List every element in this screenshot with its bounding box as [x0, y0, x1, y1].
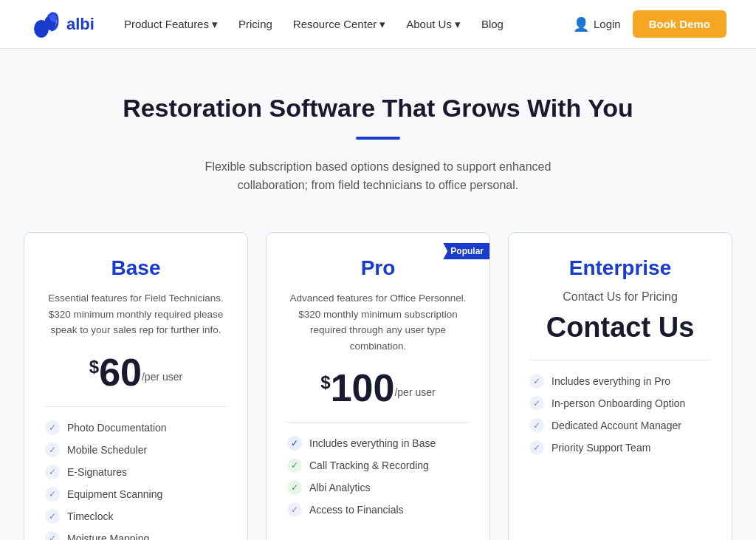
title-divider [356, 137, 400, 140]
list-item: ✓ In-person Onboarding Option [529, 396, 711, 411]
check-icon: ✓ [45, 442, 60, 457]
chevron-down-icon: ▾ [455, 18, 461, 31]
logo[interactable]: albi [30, 8, 94, 41]
navbar: albi Product Features ▾ Pricing Resource… [0, 0, 756, 49]
page-title: Restoration Software That Grows With You [24, 93, 732, 123]
chevron-down-icon: ▾ [212, 18, 218, 31]
list-item: ✓ Moisture Mapping [45, 531, 227, 540]
feature-label: Call Tracking & Recording [309, 459, 429, 471]
book-demo-button[interactable]: Book Demo [633, 10, 726, 38]
list-item: ✓ E-Signatures [45, 465, 227, 479]
pro-card-title: Pro [287, 256, 469, 280]
login-button[interactable]: 👤 Login [573, 16, 621, 33]
logo-text: albi [66, 15, 94, 34]
list-item: ✓ Call Tracking & Recording [287, 458, 469, 473]
nav-actions: 👤 Login Book Demo [573, 10, 726, 38]
check-icon: ✓ [529, 440, 544, 455]
check-icon: ✓ [45, 509, 60, 524]
card-pro-body: Pro Advanced features for Office Personn… [267, 233, 489, 540]
user-icon: 👤 [573, 16, 589, 33]
check-icon: ✓ [529, 418, 544, 433]
feature-label: E-Signatures [67, 466, 127, 478]
popular-badge: Popular [443, 243, 490, 259]
enterprise-card-title: Enterprise [529, 256, 711, 280]
list-item: ✓ Timeclock [45, 509, 227, 524]
list-item: ✓ Dedicated Account Manager [529, 418, 711, 433]
feature-label: Priority Support Team [551, 442, 650, 454]
check-icon: ✓ [45, 531, 60, 540]
card-enterprise-body: Enterprise Contact Us for Pricing Contac… [509, 233, 732, 540]
list-item: ✓ Includes everything in Base [287, 436, 469, 451]
check-icon: ✓ [45, 420, 60, 435]
check-icon: ✓ [287, 458, 302, 473]
check-icon: ✓ [529, 374, 544, 389]
page-subtitle: Flexible subscription based options desi… [186, 157, 570, 195]
card-base: Base Essential features for Field Techni… [24, 232, 248, 540]
base-card-description: Essential features for Field Technicians… [45, 290, 227, 338]
list-item: ✓ Photo Documentation [45, 420, 227, 435]
pro-price-per: /per user [394, 386, 435, 398]
base-price-per: /per user [142, 371, 182, 383]
enterprise-price-divider [529, 360, 711, 360]
feature-label: Includes everything in Base [309, 437, 436, 449]
feature-label: Mobile Scheduler [67, 444, 147, 456]
check-icon: ✓ [45, 465, 60, 479]
pro-price-amount: 100 [331, 366, 395, 409]
feature-label: Albi Analytics [309, 482, 370, 493]
list-item: ✓ Equipment Scanning [45, 487, 227, 502]
check-icon: ✓ [287, 502, 302, 517]
list-item: ✓ Includes everything in Pro [529, 374, 711, 389]
nav-about-us[interactable]: About Us ▾ [406, 18, 461, 31]
pricing-cards: Base Essential features for Field Techni… [24, 232, 732, 540]
list-item: ✓ Priority Support Team [529, 440, 711, 455]
enterprise-feature-list: ✓ Includes everything in Pro ✓ In-person… [529, 374, 711, 455]
check-icon: ✓ [529, 396, 544, 411]
base-card-price: $60/per user [45, 353, 227, 392]
chevron-down-icon: ▾ [379, 18, 385, 31]
base-card-title: Base [45, 256, 227, 280]
pro-price-dollar: $ [320, 372, 330, 392]
base-price-divider [45, 406, 227, 407]
feature-label: Moisture Mapping [67, 533, 149, 540]
check-icon: ✓ [45, 487, 60, 502]
pro-price-divider [287, 422, 469, 423]
nav-links: Product Features ▾ Pricing Resource Cent… [124, 18, 573, 31]
nav-pricing[interactable]: Pricing [238, 18, 272, 30]
card-base-body: Base Essential features for Field Techni… [24, 233, 247, 540]
nav-resource-center[interactable]: Resource Center ▾ [293, 18, 385, 31]
list-item: ✓ Access to Financials [287, 502, 469, 517]
enterprise-pricing-note: Contact Us for Pricing [529, 290, 711, 304]
base-price-amount: 60 [99, 351, 142, 394]
feature-label: Equipment Scanning [67, 488, 162, 500]
card-enterprise: Enterprise Contact Us for Pricing Contac… [508, 232, 732, 540]
feature-label: In-person Onboarding Option [551, 397, 685, 409]
check-icon: ✓ [287, 436, 302, 451]
pro-card-price: $100/per user [287, 369, 469, 407]
feature-label: Includes everything in Pro [551, 375, 670, 387]
list-item: ✓ Mobile Scheduler [45, 442, 227, 457]
nav-product-features[interactable]: Product Features ▾ [124, 18, 218, 31]
pro-card-description: Advanced features for Office Personnel. … [287, 290, 469, 354]
feature-label: Dedicated Account Manager [551, 420, 681, 431]
feature-label: Access to Financials [309, 504, 404, 516]
enterprise-contact-us: Contact Us [529, 311, 711, 345]
check-icon: ✓ [287, 480, 302, 495]
base-price-dollar: $ [89, 357, 99, 377]
card-pro: Popular Pro Advanced features for Office… [266, 232, 490, 540]
feature-label: Timeclock [67, 510, 114, 522]
feature-label: Photo Documentation [67, 422, 167, 434]
base-feature-list: ✓ Photo Documentation ✓ Mobile Scheduler… [45, 420, 227, 540]
pro-feature-list: ✓ Includes everything in Base ✓ Call Tra… [287, 436, 469, 517]
main-content: Restoration Software That Grows With You… [9, 49, 747, 540]
list-item: ✓ Albi Analytics [287, 480, 469, 495]
nav-blog[interactable]: Blog [481, 18, 504, 30]
